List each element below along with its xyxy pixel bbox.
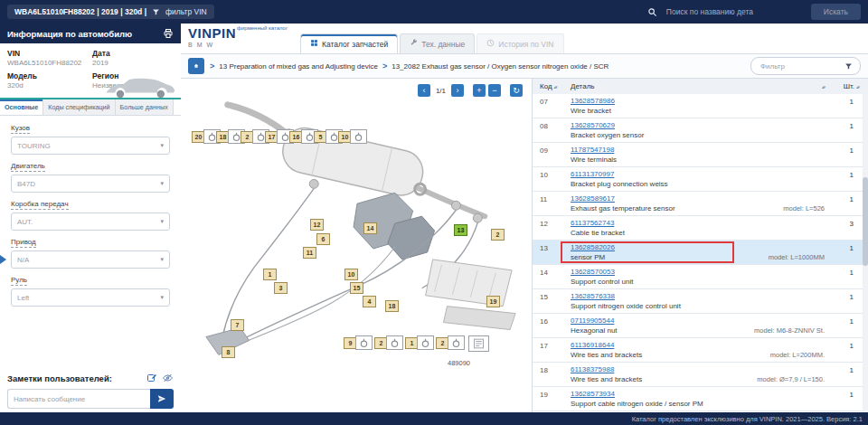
- scrollbar-thumb[interactable]: [863, 177, 868, 267]
- diagram-callout-10[interactable]: 10: [344, 269, 358, 280]
- part-number-link[interactable]: 13628589617: [571, 194, 615, 203]
- table-row[interactable]: 1413628570053Support control unit1: [533, 265, 863, 289]
- part-number-link[interactable]: 13628573934: [571, 390, 615, 398]
- tab-vin-history[interactable]: История по VIN: [476, 33, 563, 53]
- model-label: Модель: [7, 71, 92, 80]
- column-header-qty[interactable]: Шт.▴▾: [828, 82, 868, 90]
- table-scrollbar[interactable]: [863, 94, 868, 412]
- table-row[interactable]: 0911787547198Wire terminals1: [533, 143, 863, 167]
- table-row[interactable]: 1913628573934Support cable nitrogen oxid…: [533, 387, 863, 411]
- field-label[interactable]: Двигатель: [11, 162, 45, 172]
- chevron-down-icon: ▾: [160, 180, 164, 187]
- home-button[interactable]: [188, 58, 204, 74]
- eye-off-icon[interactable]: [162, 373, 174, 383]
- part-thumbnail[interactable]: [355, 335, 373, 350]
- part-number-link[interactable]: 13628570629: [571, 121, 615, 129]
- part-number-link[interactable]: 61137562743: [571, 219, 614, 227]
- part-number-link[interactable]: 61131370997: [571, 170, 614, 178]
- table-row[interactable]: 1113628589617Exhaust gas temperature sen…: [533, 192, 863, 216]
- diagram-callout-13-selected[interactable]: 13: [454, 224, 467, 236]
- diagram-callout-11[interactable]: 11: [303, 247, 316, 259]
- parts-diagram[interactable]: ‹ 1/1 › + − ↻ 20182171651012611141321310…: [181, 79, 533, 412]
- zoom-in-button[interactable]: +: [473, 84, 486, 97]
- print-icon[interactable]: [163, 28, 174, 39]
- part-number-link[interactable]: 61136918644: [571, 341, 614, 349]
- message-input[interactable]: [7, 389, 150, 409]
- search-input[interactable]: [665, 6, 804, 17]
- diagram-callout-1[interactable]: 1: [263, 269, 277, 280]
- table-filter[interactable]: [750, 57, 861, 75]
- field-label[interactable]: Коробка передач: [11, 200, 69, 210]
- part-qty: 1: [823, 390, 863, 408]
- vinpin-logo[interactable]: VINPIN BMW: [188, 26, 236, 48]
- field-select-0[interactable]: TOURING▾: [11, 137, 170, 155]
- column-header-detail[interactable]: Деталь▴▾: [571, 82, 828, 90]
- field-select-4[interactable]: Left▾: [11, 288, 170, 307]
- diagram-callout-7[interactable]: 7: [231, 319, 244, 331]
- table-row[interactable]: 1861138375988Wire ties and bracketsmodel…: [533, 363, 863, 387]
- table-row[interactable]: 1513628576338Support nitrogen oxide cont…: [533, 289, 863, 314]
- reset-view-button[interactable]: ↻: [510, 84, 523, 97]
- part-thumbnail[interactable]: [386, 335, 403, 350]
- diagram-callout-3[interactable]: 3: [274, 282, 288, 294]
- prev-page-button[interactable]: ‹: [418, 84, 430, 97]
- vin-chip[interactable]: WBA6L51010FH88202 | 2019 | 320d | фильтр…: [7, 5, 214, 19]
- parts-table: Код▴▾ Деталь▴▾ Шт.▴▾ 0713628578986Wire b…: [533, 79, 868, 412]
- filter-input[interactable]: [759, 61, 844, 71]
- sidebar-tab-0[interactable]: Основные: [0, 99, 43, 115]
- next-page-button[interactable]: ›: [451, 84, 464, 97]
- table-row[interactable]: 1061131370997Bracket plug connection wei…: [533, 167, 863, 192]
- part-code: 10: [533, 170, 571, 188]
- diagram-callout-6[interactable]: 6: [316, 233, 330, 245]
- part-number-link[interactable]: 13628570053: [571, 268, 615, 276]
- table-row[interactable]: 1261137562743Cable tie bracket3: [533, 216, 863, 241]
- diagram-callout-15[interactable]: 15: [350, 282, 363, 294]
- part-number-link[interactable]: 13628582026: [571, 243, 615, 251]
- diagram-page-thumbnail[interactable]: [468, 335, 489, 352]
- tab-tech-data[interactable]: Тех. данные: [400, 33, 475, 53]
- field-select-2[interactable]: AUT.▾: [11, 212, 170, 231]
- diagram-callout-19[interactable]: 19: [486, 296, 500, 307]
- breadcrumb-item-1[interactable]: 13_2082 Exhaust gas sensor / Oxygen sens…: [392, 62, 609, 71]
- part-number-link[interactable]: 13628578986: [571, 97, 615, 105]
- breadcrumb-items: >13 Preparation of mixed gas and Adjusti…: [210, 61, 609, 71]
- table-row[interactable]: 1607119905544Hexagonal nutmodel: M6-8-ZN…: [533, 314, 863, 338]
- column-header-code[interactable]: Код▴▾: [533, 82, 571, 90]
- send-button[interactable]: [150, 389, 174, 409]
- sidebar-tab-1[interactable]: Коды спецификаций: [43, 99, 115, 115]
- figure-number: 489090: [448, 359, 470, 367]
- diagram-callout-4[interactable]: 4: [363, 296, 376, 307]
- field-label[interactable]: Кузов: [11, 124, 30, 134]
- table-row[interactable]: 0713628578986Wire bracket1: [533, 94, 863, 118]
- breadcrumb-item-0[interactable]: 13 Preparation of mixed gas and Adjustin…: [219, 62, 378, 71]
- table-row[interactable]: 0813628570629Bracket oxygen sensor1: [533, 118, 863, 143]
- zoom-out-button[interactable]: −: [488, 84, 501, 97]
- part-number-link[interactable]: 07119905544: [571, 316, 614, 325]
- vehicle-info: VIN WBA6L51010FH88202 Дата 2019 Модель 3…: [0, 43, 181, 96]
- tab-parts-catalog[interactable]: Каталог запчастей: [300, 33, 398, 53]
- diagram-callout-18[interactable]: 18: [385, 300, 399, 312]
- field-label[interactable]: Руль: [11, 276, 27, 286]
- field-label[interactable]: Привод: [11, 238, 36, 248]
- diagram-callout-8[interactable]: 8: [222, 346, 235, 358]
- search-button[interactable]: Искать: [811, 4, 861, 20]
- part-number-link[interactable]: 13628576338: [571, 292, 615, 300]
- table-row[interactable]: 1313628582026sensor PMmodel: L=1000MM1: [533, 241, 863, 265]
- part-number-link[interactable]: 11787547198: [571, 146, 614, 154]
- sidebar-tab-2[interactable]: Больше данных: [116, 99, 174, 115]
- part-thumbnail[interactable]: [417, 335, 434, 350]
- part-thumbnail[interactable]: [350, 129, 367, 144]
- field-select-3[interactable]: N/A▾: [11, 250, 170, 269]
- part-thumbnail[interactable]: [448, 335, 465, 350]
- compose-icon[interactable]: [146, 373, 157, 383]
- diagram-callout-14[interactable]: 14: [363, 222, 377, 234]
- part-code: 14: [533, 268, 571, 286]
- main-header: VINPIN BMW фирменный каталог Каталог зап…: [181, 24, 868, 54]
- tab-label: История по VIN: [498, 40, 553, 49]
- part-number-link[interactable]: 61138375988: [571, 365, 614, 373]
- table-row[interactable]: 1761136918644Wire ties and bracketsmodel…: [533, 338, 863, 363]
- diagram-callout-12[interactable]: 12: [310, 219, 324, 231]
- part-model-note: model: L=200MM.: [770, 351, 825, 359]
- field-select-1[interactable]: B47D▾: [11, 175, 170, 193]
- diagram-callout-2[interactable]: 2: [491, 229, 505, 241]
